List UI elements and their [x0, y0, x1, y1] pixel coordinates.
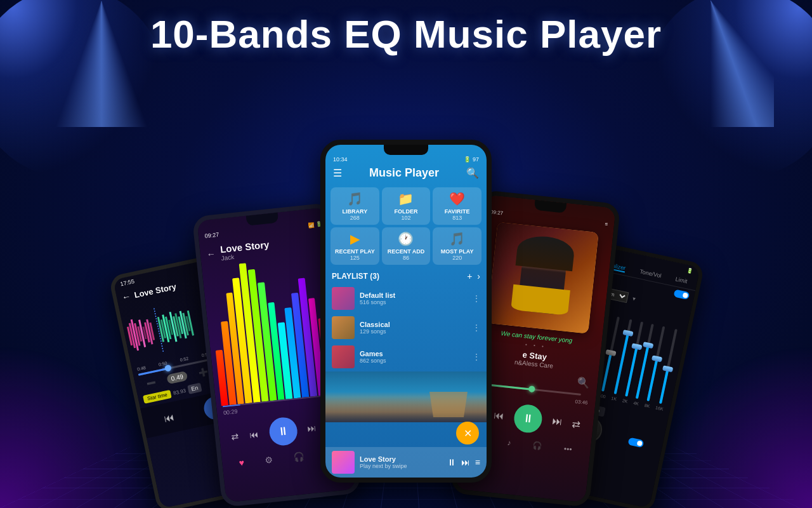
phone3-bottom-controls: ⏸ ⏭ ≡	[447, 457, 480, 467]
phone5-tab-limit[interactable]: Limit	[674, 276, 688, 286]
phone3-folder-count: 102	[401, 215, 410, 221]
phone2-wifi-icon: 📶	[308, 222, 315, 228]
phone3-recent-play-item[interactable]: ▶ RECENT PLAY 125	[331, 227, 379, 265]
phone3-favorite-item[interactable]: ❤️ FAVIRITE 813	[433, 187, 481, 225]
phone3-pier-shape	[429, 392, 468, 417]
phone3-playlist-3-more[interactable]: ⋮	[473, 352, 480, 361]
phone3-library-icon: 🎵	[347, 191, 363, 206]
phone3-recent-play-label: RECENT PLAY	[335, 248, 375, 255]
phone5-tab-tone[interactable]: Tone/Vol	[639, 268, 662, 280]
eq-handle-5[interactable]	[631, 344, 642, 351]
phone1-time: 17:55	[120, 278, 135, 287]
phone-3-wrapper: 10:34 🔋 97 ☰ Music Player 🔍 🎵 LIBRARY	[320, 140, 492, 483]
phone2-prev-button[interactable]: ⏮	[249, 429, 259, 440]
phone4-time: 09:27	[490, 209, 504, 216]
phone3-playlist-title: PLAYLIST (3)	[332, 272, 379, 281]
phone3-playlist-2-name: Classical	[360, 321, 468, 328]
phone3-most-play-item[interactable]: 🎵 MOST PLAY 220	[433, 227, 481, 265]
phone3-search-button[interactable]: 🔍	[466, 167, 479, 179]
eq-freq-6: 4K	[633, 401, 639, 406]
phone5-toggle[interactable]	[673, 289, 690, 300]
phone2-play-button[interactable]: ⏸	[268, 416, 298, 446]
phone1-en-label[interactable]: En	[187, 383, 202, 394]
phone3-playlist-actions: + ›	[467, 271, 480, 281]
phone1-prev-button[interactable]: ⏮	[163, 411, 175, 425]
phone3-playlist-3-count: 862 songs	[360, 358, 468, 364]
eq-handle-3[interactable]	[606, 350, 617, 357]
phone2-time: 09:27	[204, 231, 219, 239]
phone3-playlist-1-info: Default list 516 songs	[360, 291, 468, 305]
phone4-portrait-top	[511, 284, 570, 316]
phone5-toggle-2[interactable]	[628, 437, 645, 448]
phone5-status-icons-right: 🔋	[686, 267, 694, 274]
phone3-playlist-2-info: Classical 129 songs	[360, 321, 468, 335]
phone4-portrait-hair	[516, 234, 576, 271]
phone4-progress-dot	[528, 385, 535, 392]
phone4-album-cover	[487, 222, 599, 334]
phone2-song-info: Love Story Jack	[219, 239, 270, 262]
phone2-heart-icon[interactable]: ♥	[239, 457, 245, 468]
phone3-recent-add-count: 86	[403, 255, 409, 261]
phone4-headphone-icon[interactable]: 🎧	[532, 441, 542, 450]
phone2-headphone-icon[interactable]: 🎧	[293, 451, 305, 462]
phone3-add-playlist-button[interactable]: +	[467, 271, 472, 281]
phone3-next-button[interactable]: ⏭	[461, 457, 470, 467]
eq-handle-4[interactable]	[622, 330, 633, 337]
eq-handle-8[interactable]	[662, 366, 673, 373]
phone3-fab-button[interactable]: ✕	[456, 422, 479, 444]
phone4-portrait	[517, 241, 568, 315]
phone1-back-button[interactable]: ←	[121, 291, 131, 303]
phone3-recent-add-label: RECENT ADD	[388, 248, 425, 255]
phone3-playlist-2-more[interactable]: ⋮	[473, 323, 480, 332]
phone3-playlist-item-2[interactable]: Classical 129 songs ⋮	[325, 313, 487, 342]
phone3-library-count: 268	[350, 215, 360, 221]
phone3-battery-icon: 🔋 97	[464, 156, 479, 163]
phone2-shuffle-icon[interactable]: ⇄	[231, 431, 240, 442]
phone3-recent-add-item[interactable]: 🕐 RECENT ADD 86	[382, 227, 431, 265]
phone4-more-icon[interactable]: •••	[563, 444, 572, 454]
phone2-eq-icon[interactable]: ⚙	[265, 454, 274, 465]
phone4-prev-button[interactable]: ⏮	[494, 410, 505, 422]
phone3-folder-item[interactable]: 📁 FOLDER 102	[382, 187, 431, 225]
phone3-bottom-bar[interactable]: Love Story Play next by swipe ⏸ ⏭ ≡	[325, 447, 487, 478]
phone1-star-time-label[interactable]: Star time	[143, 389, 172, 403]
phone4-play-button[interactable]: ⏸	[513, 403, 543, 434]
phone3-playlist-header: PLAYLIST (3) + ›	[325, 267, 487, 284]
phones-container: 17:55 ▲ 🔋 ← Love Story	[0, 70, 812, 495]
phone3-playlist-1-art	[332, 287, 355, 310]
phone2-back-button[interactable]: ←	[206, 248, 216, 259]
phone4-next-button[interactable]: ⏭	[551, 415, 563, 428]
phone3-menu-button[interactable]: ☰	[333, 167, 342, 179]
phone3-playlist-3-art	[332, 345, 355, 368]
phone3-playlist-2-art	[332, 316, 355, 339]
phone1-vol-down[interactable]: ➖	[145, 378, 157, 389]
phone3-library-item[interactable]: 🎵 LIBRARY 268	[331, 187, 379, 225]
phone3-playlist-more-button[interactable]: ›	[477, 271, 480, 281]
phone3-playlist-item-3[interactable]: Games 862 songs ⋮	[325, 342, 487, 371]
eq-handle-6[interactable]	[643, 342, 653, 349]
phone4-lyrics-icon[interactable]: ♪	[507, 438, 511, 448]
phone3-queue-button[interactable]: ≡	[475, 457, 480, 467]
eq-handle-7[interactable]	[652, 356, 662, 363]
phone3-now-playing-subtitle: Play next by swipe	[360, 463, 442, 469]
phone4-album-art	[487, 222, 599, 334]
phone3-playlist-1-more[interactable]: ⋮	[473, 294, 480, 303]
phone3-library-label: LIBRARY	[342, 208, 367, 215]
phone4-repeat-icon[interactable]: ⇄	[572, 417, 581, 430]
phone3-playlist-item-1[interactable]: Default list 516 songs ⋮	[325, 284, 487, 313]
phone2-next-button[interactable]: ⏭	[307, 423, 317, 434]
phone1-volume-display: 0.49	[166, 371, 188, 384]
phone3-favorite-label: FAVIRITE	[445, 208, 470, 215]
phone3-time: 10:34	[333, 156, 348, 163]
phone-3: 10:34 🔋 97 ☰ Music Player 🔍 🎵 LIBRARY	[320, 140, 492, 483]
phone-3-screen: 10:34 🔋 97 ☰ Music Player 🔍 🎵 LIBRARY	[325, 145, 487, 478]
phone3-favorite-icon: ❤️	[449, 191, 465, 206]
phone2-time-start: 00:29	[223, 408, 238, 416]
phone3-notch	[384, 145, 428, 155]
phone3-playlist-2-count: 129 songs	[360, 328, 468, 335]
phone3-most-play-icon: 🎵	[449, 231, 465, 246]
eq-freq-5: 2K	[622, 398, 628, 404]
eq-freq-8: 16K	[655, 405, 664, 411]
phone4-zoom-icon[interactable]: 🔍	[577, 376, 591, 389]
phone3-pause-button[interactable]: ⏸	[447, 457, 456, 467]
